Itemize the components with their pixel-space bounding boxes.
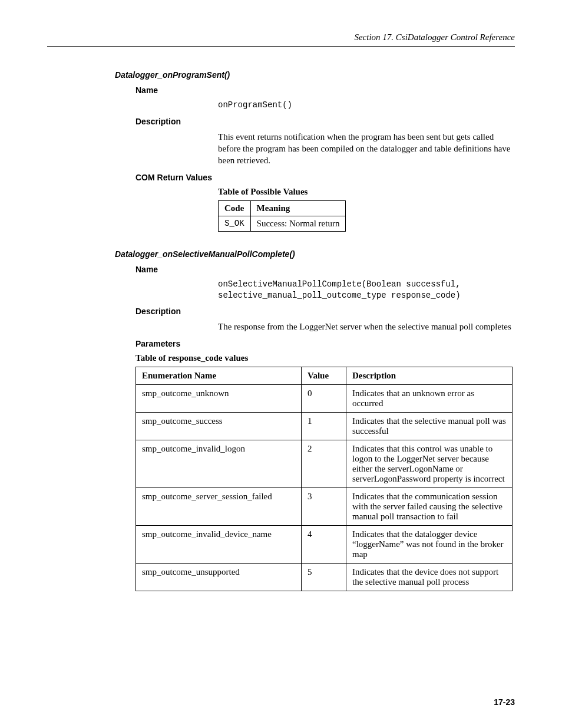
table-row: smp_outcome_success 1 Indicates that the… bbox=[136, 412, 513, 440]
label-description: Description bbox=[135, 117, 515, 126]
table-header-row: Enumeration Name Value Description bbox=[136, 367, 513, 384]
cell-meaning: Success: Normal return bbox=[250, 216, 346, 231]
cell-desc: Indicates that an unknown error as occur… bbox=[346, 384, 513, 412]
cell-code: S_OK bbox=[219, 216, 251, 231]
table-possible-values: Code Meaning S_OK Success: Normal return bbox=[218, 200, 346, 232]
table-row: smp_outcome_invalid_logon 2 Indicates th… bbox=[136, 440, 513, 487]
th-enumeration-name: Enumeration Name bbox=[136, 367, 302, 384]
description-text: This event returns notification when the… bbox=[218, 131, 513, 167]
cell-desc: Indicates that this control was unable t… bbox=[346, 440, 513, 487]
table-row: smp_outcome_server_session_failed 3 Indi… bbox=[136, 487, 513, 525]
table-header-row: Code Meaning bbox=[219, 200, 346, 216]
cell-value: 3 bbox=[302, 487, 346, 525]
cell-value: 1 bbox=[302, 412, 346, 440]
code-name-onprogramsent: onProgramSent() bbox=[218, 100, 515, 111]
table-row: smp_outcome_unknown 0 Indicates that an … bbox=[136, 384, 513, 412]
table-row: S_OK Success: Normal return bbox=[219, 216, 346, 231]
table-row: smp_outcome_invalid_device_name 4 Indica… bbox=[136, 525, 513, 563]
cell-enum: smp_outcome_success bbox=[136, 412, 302, 440]
page: Section 17. CsiDatalogger Control Refere… bbox=[0, 0, 562, 728]
cell-desc: Indicates that the selective manual poll… bbox=[346, 412, 513, 440]
th-description: Description bbox=[346, 367, 513, 384]
description-text: The response from the LoggerNet server w… bbox=[218, 321, 513, 332]
table-row: smp_outcome_unsupported 5 Indicates that… bbox=[136, 563, 513, 591]
table-response-code: Enumeration Name Value Description smp_o… bbox=[135, 367, 513, 591]
cell-value: 4 bbox=[302, 525, 346, 563]
cell-enum: smp_outcome_unsupported bbox=[136, 563, 302, 591]
cell-value: 0 bbox=[302, 384, 346, 412]
cell-desc: Indicates that the communication session… bbox=[346, 487, 513, 525]
th-value: Value bbox=[302, 367, 346, 384]
label-name: Name bbox=[135, 85, 515, 95]
cell-enum: smp_outcome_unknown bbox=[136, 384, 302, 412]
page-number: 17-23 bbox=[494, 697, 515, 707]
cell-desc: Indicates that the device does not suppo… bbox=[346, 563, 513, 591]
th-code: Code bbox=[219, 200, 251, 216]
label-com-return-values: COM Return Values bbox=[135, 173, 515, 182]
cell-value: 2 bbox=[302, 440, 346, 487]
running-header: Section 17. CsiDatalogger Control Refere… bbox=[47, 32, 515, 47]
cell-enum: smp_outcome_server_session_failed bbox=[136, 487, 302, 525]
label-description: Description bbox=[135, 307, 515, 316]
code-name-onselectivemanualpoll: onSelectiveManualPollComplete(Boolean su… bbox=[218, 279, 515, 301]
cell-desc: Indicates that the datalogger device “lo… bbox=[346, 525, 513, 563]
section-title-onselectivemanualpoll: Datalogger_onSelectiveManualPollComplete… bbox=[115, 249, 515, 259]
cell-value: 5 bbox=[302, 563, 346, 591]
cell-enum: smp_outcome_invalid_device_name bbox=[136, 525, 302, 563]
cell-enum: smp_outcome_invalid_logon bbox=[136, 440, 302, 487]
table-caption-possible-values: Table of Possible Values bbox=[218, 187, 515, 197]
label-name: Name bbox=[135, 265, 515, 274]
th-meaning: Meaning bbox=[250, 200, 346, 216]
section-title-onprogramsent: Datalogger_onProgramSent() bbox=[115, 70, 515, 80]
label-parameters: Parameters bbox=[135, 339, 515, 348]
table-caption-response-code: Table of response_code values bbox=[135, 353, 515, 363]
